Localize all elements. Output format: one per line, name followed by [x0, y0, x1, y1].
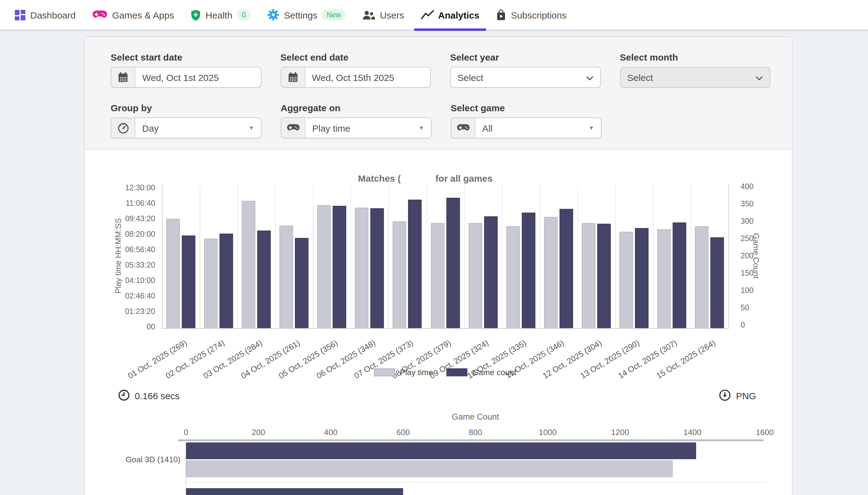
- legend-item[interactable]: Game count: [447, 368, 517, 377]
- gridline: [237, 184, 238, 328]
- nav-item-dashboard[interactable]: Dashboard: [14, 0, 76, 30]
- y-axis-title: Play time HH:MM:SS: [114, 218, 123, 293]
- game-count-bar[interactable]: [446, 198, 460, 328]
- play-time-bar[interactable]: [355, 208, 369, 328]
- game-count-bar[interactable]: [710, 237, 724, 328]
- x-axis-tick: 600: [383, 428, 423, 437]
- y2-axis-tick: 0: [741, 320, 745, 330]
- start-date-label: Select start date: [111, 52, 261, 63]
- chart-title-right: for all games: [435, 173, 493, 184]
- y2-axis-title: Game Count: [751, 233, 761, 278]
- gridline: [351, 184, 351, 328]
- game-count-bar[interactable]: [597, 224, 611, 328]
- play-time-bar[interactable]: [186, 460, 673, 477]
- gridline: [539, 184, 540, 328]
- game-count-bar[interactable]: [182, 236, 195, 328]
- game-count-bar[interactable]: [635, 228, 649, 328]
- play-time-bar[interactable]: [506, 226, 520, 328]
- legend-item[interactable]: Play time: [374, 368, 433, 377]
- month-select[interactable]: Select: [620, 67, 770, 88]
- play-time-bar[interactable]: [393, 221, 406, 328]
- y2-axis-tick: 300: [741, 216, 754, 226]
- nav-item-games-apps[interactable]: Games & Apps: [93, 0, 174, 30]
- nav-item-label: Health: [205, 10, 232, 20]
- play-time-bar[interactable]: [317, 205, 331, 328]
- dropdown-arrow-icon: ▼: [588, 125, 594, 131]
- month-field: Select month Select: [620, 52, 770, 88]
- nav-item-settings[interactable]: SettingsNew: [267, 0, 346, 30]
- month-value: Select: [627, 72, 653, 83]
- charts-section: Matches (for all games0001:23:2002:46:40…: [85, 150, 792, 495]
- play-time-bar[interactable]: [431, 223, 444, 328]
- game-select[interactable]: All▼: [451, 117, 602, 138]
- x-axis-tick: 800: [456, 428, 495, 437]
- play-time-bar[interactable]: [242, 201, 255, 328]
- nav-item-analytics[interactable]: Analytics: [421, 0, 479, 30]
- nav-badge: New: [322, 9, 346, 20]
- gridline: [388, 184, 389, 328]
- x-axis-tick: 1200: [600, 428, 640, 437]
- download-icon: [719, 389, 731, 403]
- legend-label: Play time: [400, 368, 433, 377]
- play-time-bar[interactable]: [657, 229, 671, 328]
- play-time-bar[interactable]: [468, 223, 482, 328]
- game-count-bar[interactable]: [521, 212, 535, 328]
- year-select[interactable]: Select: [450, 67, 601, 88]
- play-time-bar[interactable]: [280, 225, 293, 328]
- game-count-bar[interactable]: [186, 488, 403, 495]
- legend-swatch: [374, 368, 395, 376]
- group-by-value: Day: [142, 123, 158, 133]
- gridline: [690, 184, 691, 328]
- gridline: [502, 184, 502, 328]
- app-window: DashboardGames & AppsHealth0SettingsNewU…: [0, 0, 868, 495]
- start-date-input[interactable]: Wed, Oct 1st 2025: [111, 67, 261, 88]
- game-count-bar[interactable]: [257, 231, 271, 328]
- nav-item-label: Dashboard: [30, 10, 76, 20]
- play-time-bar[interactable]: [619, 232, 633, 328]
- game-count-bar[interactable]: [295, 238, 308, 328]
- nav-item-users[interactable]: Users: [363, 0, 404, 30]
- game-count-bar[interactable]: [559, 209, 573, 328]
- play-time-bar[interactable]: [695, 226, 708, 328]
- dashboard-icon: [14, 9, 26, 21]
- game-count-bar[interactable]: [673, 222, 686, 328]
- download-png-button[interactable]: PNG: [719, 389, 756, 403]
- play-time-bar[interactable]: [544, 217, 557, 328]
- chart-title-left: Matches (: [358, 173, 401, 184]
- x-axis-tick: 1400: [673, 428, 712, 437]
- game-count-bar[interactable]: [333, 206, 347, 328]
- users-icon: [363, 10, 375, 20]
- play-time-bar[interactable]: [166, 219, 180, 328]
- gridline: [615, 184, 616, 328]
- y-axis-tick: 11:06:40: [85, 198, 155, 208]
- game-count-bar[interactable]: [219, 234, 233, 328]
- game-value: All: [482, 123, 493, 133]
- chart-title: Matches (for all games: [358, 173, 493, 184]
- play-time-bar[interactable]: [582, 223, 595, 328]
- game-count-bar[interactable]: [484, 216, 497, 328]
- y2-axis-tick: 50: [741, 303, 749, 312]
- nav-item-label: Subscriptions: [511, 10, 567, 20]
- gridline: [313, 184, 314, 328]
- nav-item-health[interactable]: Health0: [191, 0, 251, 30]
- game-count-bar[interactable]: [408, 200, 422, 328]
- aggregate-on-select[interactable]: Play time▼: [281, 117, 432, 138]
- end-date-input[interactable]: Wed, Oct 15th 2025: [280, 67, 431, 88]
- legend-swatch: [447, 368, 468, 376]
- x-axis-tick: 400: [311, 428, 351, 437]
- play-time-bar[interactable]: [204, 239, 218, 328]
- group-by-label: Group by: [111, 103, 262, 113]
- game-count-bar[interactable]: [371, 208, 384, 328]
- x-axis-tick: 0: [166, 428, 206, 437]
- aggregate-on-label: Aggregate on: [281, 103, 432, 113]
- group-by-select[interactable]: Day▼: [111, 117, 262, 138]
- game-count-bar[interactable]: [186, 442, 696, 459]
- analytics-card: Select start date Wed, Oct 1st 2025 Sele…: [84, 36, 792, 495]
- gamepad-icon: [451, 118, 475, 138]
- dropdown-arrow-icon: ▼: [419, 125, 424, 131]
- gridline: [464, 184, 465, 328]
- health-icon: [191, 9, 201, 21]
- y-axis-tick: 00: [85, 322, 155, 331]
- nav-item-subscriptions[interactable]: Subscriptions: [496, 0, 567, 30]
- dropdown-arrow-icon: ▼: [249, 125, 254, 131]
